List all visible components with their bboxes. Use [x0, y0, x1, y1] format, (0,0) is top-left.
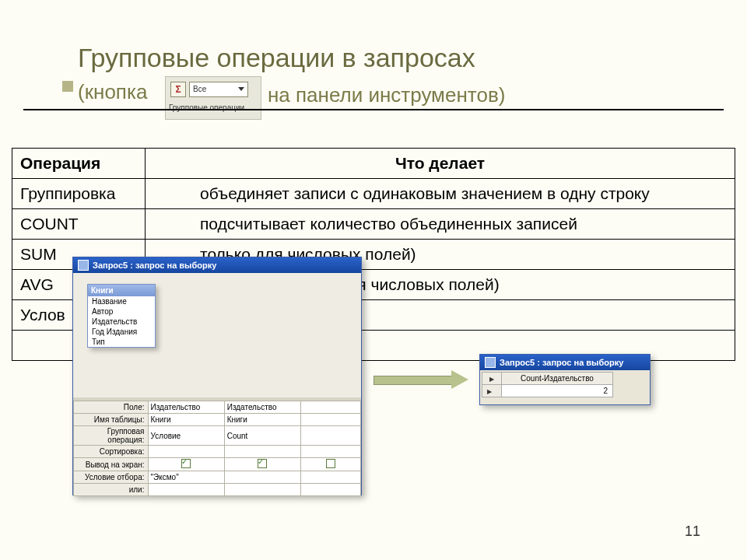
divider	[23, 109, 724, 110]
query-design-window: Запрос5 : запрос на выборку Книги Назван…	[72, 257, 362, 495]
table-box-caption: Книги	[88, 285, 155, 296]
grid-cell[interactable]: Книги	[224, 414, 300, 426]
grid-cell-show[interactable]	[148, 458, 224, 471]
grid-cell[interactable]: Издательство	[224, 401, 300, 414]
field-item[interactable]: Издательств	[88, 317, 155, 327]
window-title: Запрос5 : запрос на выборку	[500, 358, 623, 367]
grid-label-group: Групповая операция:	[74, 426, 149, 446]
slide-title: Групповые операции в запросах	[78, 43, 475, 73]
desc-cell: подсчитывает количество объединенных зап…	[146, 209, 735, 240]
grid-cell[interactable]: Count	[224, 426, 300, 446]
chevron-down-icon	[238, 87, 244, 91]
result-value[interactable]: 2	[502, 385, 613, 397]
slide-subtitle-suffix: на панели инструментов)	[268, 83, 505, 107]
checkbox-icon[interactable]	[258, 459, 267, 468]
window-icon	[78, 260, 89, 271]
grid-cell[interactable]: Условие	[148, 426, 224, 446]
toolbar-caption: Групповые операции	[169, 103, 244, 112]
grid-cell[interactable]: Издательство	[148, 401, 224, 414]
row-selector[interactable]	[482, 385, 502, 397]
operations-header-op: Операция	[12, 149, 146, 179]
toolbar-thumbnail: Σ Все Групповые операции	[165, 76, 261, 120]
title-bullet-square	[62, 81, 73, 92]
field-item[interactable]: Название	[88, 296, 155, 306]
grid-cell[interactable]: "Эксмо"	[148, 471, 224, 484]
all-dropdown[interactable]: Все	[189, 82, 248, 97]
window-icon	[485, 357, 496, 368]
checkbox-icon[interactable]	[181, 459, 191, 468]
page-number: 11	[685, 523, 700, 540]
window-titlebar[interactable]: Запрос5 : запрос на выборку	[73, 257, 361, 273]
grid-label-criteria: Условие отбора:	[74, 471, 149, 484]
slide-subtitle-prefix: (кнопка	[78, 80, 147, 104]
grid-label-table: Имя таблицы:	[74, 414, 149, 426]
grid-label-sort: Сортировка:	[74, 446, 149, 458]
op-cell: COUNT	[12, 209, 146, 240]
field-item[interactable]: Год Издания	[88, 327, 155, 337]
query-result-window: Запрос5 : запрос на выборку Count-Издате…	[479, 354, 651, 405]
design-upper-pane: Книги Название Автор Издательств Год Изд…	[73, 273, 361, 397]
result-grid: Count-Издательство 2	[482, 372, 613, 397]
window-title: Запрос5 : запрос на выборку	[93, 261, 216, 270]
all-dropdown-label: Все	[193, 85, 206, 93]
field-item[interactable]: Тип	[88, 337, 155, 347]
checkbox-icon[interactable]	[326, 459, 335, 468]
grid-cell-show[interactable]	[224, 458, 300, 471]
sigma-button[interactable]: Σ	[170, 82, 186, 97]
op-cell: Группировка	[12, 179, 146, 209]
desc-cell: объединяет записи с одинаковым значением…	[146, 179, 735, 209]
result-corner	[482, 373, 502, 385]
operations-header-desc: Что делает	[146, 149, 735, 179]
result-column-header[interactable]: Count-Издательство	[502, 373, 613, 385]
design-grid-pane: Поле: Издательство Издательство Имя табл…	[73, 397, 361, 496]
arrow-right-icon	[374, 372, 475, 387]
window-titlebar[interactable]: Запрос5 : запрос на выборку	[480, 355, 650, 370]
field-item[interactable]: Автор	[88, 306, 155, 317]
grid-cell[interactable]: Книги	[148, 414, 224, 426]
table-box[interactable]: Книги Название Автор Издательств Год Изд…	[87, 284, 156, 348]
grid-label-show: Вывод на экран:	[74, 458, 149, 471]
grid-label-field: Поле:	[74, 401, 149, 414]
design-grid[interactable]: Поле: Издательство Издательство Имя табл…	[73, 401, 361, 496]
grid-label-or: или:	[74, 484, 149, 496]
